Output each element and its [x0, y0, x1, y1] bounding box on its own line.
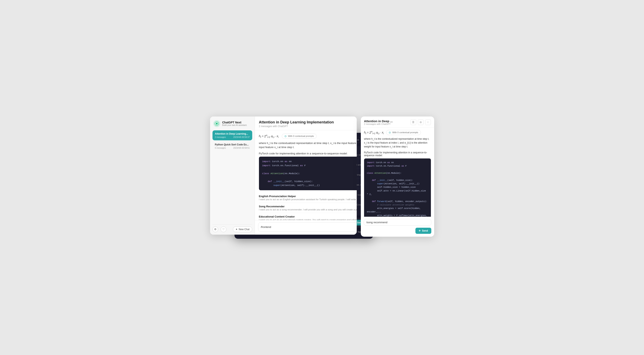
sidebar-bottom-icons: ⚙ ♡ [212, 226, 226, 232]
new-chat-button[interactable]: ✦ New Chat [233, 226, 252, 232]
prompt-desc-2: I want you to act as an educational cont… [259, 218, 357, 220]
right-menu-icon[interactable]: ☰ [410, 119, 416, 125]
right-code-block: import torch.nn as nn import torch.nn.fu… [364, 158, 431, 216]
brand-name: ChatGPT Next [222, 121, 247, 124]
prompt-icon: ⊙ [284, 135, 287, 138]
right-upload-icon[interactable]: ↑ [425, 119, 431, 125]
chat-input[interactable] [261, 226, 357, 228]
chat-header: Attention in Deep Learning Implementatio… [255, 116, 357, 130]
right-input-area: ✈ Send [361, 217, 434, 237]
prompt-item-2[interactable]: Educational Content Creator I want you t… [259, 213, 357, 220]
code-block: import torch.nn as nn import torch.nn.fu… [259, 156, 357, 190]
right-body: ht = Σni=1 αt,i · xi ⊙ With 0 contextual… [361, 128, 434, 217]
svg-point-1 [216, 122, 218, 124]
right-header: Attention in Deep ... 2 messages with Ch… [361, 116, 434, 128]
right-title: Attention in Deep ... [364, 119, 393, 123]
right-body-text: where h_t is the contextualized represen… [364, 137, 431, 149]
right-pytorch-label: PyTorch code for implementing attention … [364, 151, 431, 157]
sidebar-brand: ChatGPT Next Build your own AI assistant… [212, 120, 252, 127]
right-header-left: Attention in Deep ... 2 messages with Ch… [364, 119, 393, 125]
chat-input-wrapper: ✈ Send [258, 222, 357, 232]
sidebar-chat-title-0: Attention in Deep Learning... [215, 132, 250, 135]
right-panel: Attention in Deep ... 2 messages with Ch… [361, 116, 434, 237]
prompt-list: English Pronunciation Helper I want you … [259, 193, 357, 220]
right-latex-formula: ht = Σni=1 αt,i · xi [364, 130, 384, 135]
bookmark-icon[interactable]: ♡ [221, 226, 226, 232]
prompt-desc-0: I want you to act as an English pronunci… [259, 198, 357, 200]
prompt-title-2: Educational Content Creator [259, 215, 357, 218]
chat-body-text: where h_t is the contextualized represen… [259, 141, 357, 150]
main-window: ChatGPT Next Build your own AI assistant… [210, 116, 357, 235]
sidebar-chat-meta-1: 6 messages 2023/4/6 00:58:51 [215, 147, 250, 149]
right-send-button[interactable]: ✈ Send [416, 228, 431, 234]
sidebar-chat-item-0[interactable]: Attention in Deep Learning... 2 messages… [212, 130, 252, 140]
right-subtitle: 2 messages with ChatGPT [364, 123, 393, 125]
right-prompt-icon: ⊙ [389, 131, 391, 134]
latex-formula: ht = Σni=1 αt,i · xi [259, 134, 279, 138]
plus-icon: ✦ [236, 228, 238, 231]
right-header-icons: ☰ ⊙ ↑ [410, 119, 431, 125]
chatgpt-logo-icon [213, 120, 220, 127]
right-share-icon[interactable]: ⊙ [418, 119, 424, 125]
chat-title: Attention in Deep Learning Implementatio… [259, 120, 334, 124]
prompt-item-0[interactable]: English Pronunciation Helper I want you … [259, 193, 357, 203]
sidebar-chat-meta-0: 2 messages 2023/4/6 00:59:37 [215, 136, 250, 138]
prompt-title-0: English Pronunciation Helper [259, 195, 357, 198]
right-chat-input[interactable] [366, 221, 429, 224]
chat-subtitle: 2 messages with ChatGPT [259, 125, 334, 128]
chat-area: Attention in Deep Learning Implementatio… [255, 116, 357, 235]
latex-block: ht = Σni=1 αt,i · xi ⊙ With 0 contextual… [259, 134, 357, 139]
sidebar: ChatGPT Next Build your own AI assistant… [210, 116, 255, 235]
sidebar-chat-list: Attention in Deep Learning... 2 messages… [212, 130, 252, 222]
prompt-desc-1: I want you to act as a song recommender.… [259, 208, 357, 211]
right-send-icon: ✈ [419, 229, 421, 232]
right-contextual-badge: ⊙ With 0 contextual prompts [386, 130, 421, 135]
sidebar-chat-title-1: Python Quick Sort Code Ex... [215, 143, 250, 146]
chat-body: ht = Σni=1 αt,i · xi ⊙ With 0 contextual… [255, 130, 357, 220]
right-latex-row: ht = Σni=1 αt,i · xi ⊙ With 0 contextual… [364, 130, 431, 135]
prompt-item-1[interactable]: Song Recommender I want you to act as a … [259, 203, 357, 213]
sidebar-chat-item-1[interactable]: Python Quick Sort Code Ex... 6 messages … [212, 141, 252, 151]
contextual-badge: ⊙ With 0 contextual prompts [282, 134, 316, 139]
right-input-wrapper [364, 219, 431, 226]
prompt-title-1: Song Recommender [259, 205, 357, 208]
settings-icon[interactable]: ⚙ [212, 226, 218, 232]
chat-input-area: ✈ Send [255, 220, 357, 235]
sidebar-bottom: ⚙ ♡ ✦ New Chat [212, 224, 252, 232]
pytorch-label: PyTorch code for implementing attention … [259, 152, 357, 155]
brand-subtitle: Build your own AI assistant. [222, 124, 247, 126]
